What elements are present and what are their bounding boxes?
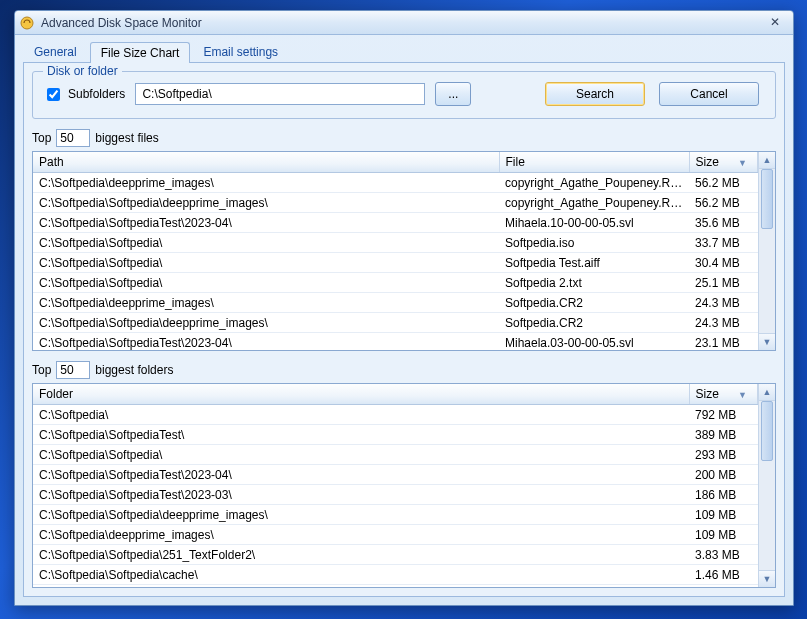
table-row[interactable]: C:\Softpedia\Softpedia\293 MB	[33, 445, 758, 465]
cell-path: C:\Softpedia\Softpedia\	[33, 273, 499, 293]
scroll-up-icon[interactable]: ▲	[759, 152, 775, 169]
cell-size: 33.7 MB	[689, 233, 758, 253]
table-row[interactable]: C:\Softpedia\SoftpediaTest\389 MB	[33, 425, 758, 445]
table-row[interactable]: C:\Softpedia\deepprime_images\Softpedia.…	[33, 293, 758, 313]
cell-folder: C:\Softpedia\Softpedia\251_TextFolder2\	[33, 545, 689, 565]
table-row[interactable]: C:\Softpedia\792 MB	[33, 405, 758, 425]
cell-folder: C:\Softpedia\Softpedia\	[33, 445, 689, 465]
files-col-path[interactable]: Path	[33, 152, 499, 173]
files-topline: Top biggest files	[32, 129, 776, 147]
table-row[interactable]: C:\Softpedia\SoftpediaTest\2023-04\Mihae…	[33, 333, 758, 351]
folders-col-size[interactable]: Size▼	[689, 384, 758, 405]
files-count-input[interactable]	[56, 129, 90, 147]
folders-col-folder[interactable]: Folder	[33, 384, 689, 405]
group-legend: Disk or folder	[43, 64, 122, 78]
cell-size: 24.3 MB	[689, 293, 758, 313]
cell-file: Softpedia Test.aiff	[499, 253, 689, 273]
table-row[interactable]: C:\Softpedia\Softpedia\deepprime_images\…	[33, 505, 758, 525]
table-row[interactable]: C:\Softpedia\SoftpediaTest\2023-03\186 M…	[33, 485, 758, 505]
cell-size: 56.2 MB	[689, 193, 758, 213]
cell-size: 30.4 MB	[689, 253, 758, 273]
cell-size: 25.1 MB	[689, 273, 758, 293]
cell-path: C:\Softpedia\deepprime_images\	[33, 293, 499, 313]
cell-size: 24.3 MB	[689, 313, 758, 333]
tab-content: Disk or folder Subfolders ... Search Can…	[23, 62, 785, 597]
cancel-button[interactable]: Cancel	[659, 82, 759, 106]
cell-size: 389 MB	[689, 425, 758, 445]
subfolders-label: Subfolders	[68, 87, 125, 101]
sort-desc-icon: ▼	[738, 390, 747, 400]
subfolders-checkbox[interactable]: Subfolders	[43, 85, 125, 104]
cell-path: C:\Softpedia\deepprime_images\	[33, 173, 499, 193]
cell-file: Softpedia.CR2	[499, 293, 689, 313]
folders-grid: Folder Size▼ C:\Softpedia\792 MBC:\Softp…	[32, 383, 776, 588]
cell-path: C:\Softpedia\SoftpediaTest\2023-04\	[33, 333, 499, 351]
disk-or-folder-group: Disk or folder Subfolders ... Search Can…	[32, 71, 776, 119]
table-row[interactable]: C:\Softpedia\Softpedia\deepprime_images\…	[33, 193, 758, 213]
folders-count-input[interactable]	[56, 361, 90, 379]
table-row[interactable]: C:\Softpedia\Softpedia\251_TextFolder2\3…	[33, 545, 758, 565]
cell-size: 109 MB	[689, 505, 758, 525]
cell-folder: C:\Softpedia\	[33, 405, 689, 425]
cell-size: 293 MB	[689, 445, 758, 465]
cell-size: 35.6 MB	[689, 213, 758, 233]
files-grid: Path File Size▼ C:\Softpedia\deepprime_i…	[32, 151, 776, 351]
tab-email-settings[interactable]: Email settings	[192, 41, 289, 62]
table-row[interactable]: C:\Softpedia\Softpedia\Softpedia.iso33.7…	[33, 233, 758, 253]
tab-file-size-chart[interactable]: File Size Chart	[90, 42, 191, 63]
cell-file: Mihaela.03-00-00-05.svl	[499, 333, 689, 351]
search-button[interactable]: Search	[545, 82, 645, 106]
cell-folder: C:\Softpedia\Softpedia\deepprime_images\	[33, 505, 689, 525]
cell-file: Softpedia 2.txt	[499, 273, 689, 293]
table-row[interactable]: C:\Softpedia\deepprime_images\109 MB	[33, 525, 758, 545]
table-row[interactable]: C:\Softpedia\Softpedia\deepprime_images\…	[33, 313, 758, 333]
table-row[interactable]: C:\Softpedia\Softpedia\Softpedia Test.ai…	[33, 253, 758, 273]
files-suffix: biggest files	[95, 131, 158, 145]
folders-topline: Top biggest folders	[32, 361, 776, 379]
cell-folder: C:\Softpedia\SoftpediaTest\2023-03\	[33, 485, 689, 505]
cell-folder: C:\Softpedia\SoftpediaTest\2023-04\	[33, 465, 689, 485]
sort-desc-icon: ▼	[738, 158, 747, 168]
cell-folder: C:\Softpedia\deepprime_images\	[33, 525, 689, 545]
cell-folder: C:\Softpedia\Softpedia\cache\	[33, 565, 689, 585]
cell-path: C:\Softpedia\Softpedia\	[33, 233, 499, 253]
cell-size: 56.2 MB	[689, 173, 758, 193]
titlebar[interactable]: Advanced Disk Space Monitor ✕	[15, 11, 793, 35]
browse-button[interactable]: ...	[435, 82, 471, 106]
table-row[interactable]: C:\Softpedia\Softpedia\cache\1.46 MB	[33, 565, 758, 585]
files-prefix: Top	[32, 131, 51, 145]
scroll-thumb[interactable]	[761, 169, 773, 229]
close-icon[interactable]: ✕	[761, 15, 789, 31]
scroll-up-icon[interactable]: ▲	[759, 384, 775, 401]
cell-path: C:\Softpedia\Softpedia\deepprime_images\	[33, 193, 499, 213]
cell-size: 200 MB	[689, 465, 758, 485]
cell-size: 1.46 MB	[689, 565, 758, 585]
cell-file: copyright_Agathe_Poupeney.RAF	[499, 193, 689, 213]
folders-scrollbar[interactable]: ▲ ▼	[758, 384, 775, 587]
files-col-size[interactable]: Size▼	[689, 152, 758, 173]
table-row[interactable]: C:\Softpedia\SoftpediaTest\2023-04\Mihae…	[33, 213, 758, 233]
cell-folder: C:\Softpedia\SoftpediaTest\	[33, 425, 689, 445]
subfolders-checkbox-input[interactable]	[47, 88, 60, 101]
svg-point-0	[21, 17, 33, 29]
files-scrollbar[interactable]: ▲ ▼	[758, 152, 775, 350]
path-input[interactable]	[135, 83, 425, 105]
scroll-down-icon[interactable]: ▼	[759, 333, 775, 350]
cell-file: Mihaela.10-00-00-05.svl	[499, 213, 689, 233]
files-col-file[interactable]: File	[499, 152, 689, 173]
cell-size: 186 MB	[689, 485, 758, 505]
cell-size: 792 MB	[689, 405, 758, 425]
tab-general[interactable]: General	[23, 41, 88, 62]
scroll-thumb[interactable]	[761, 401, 773, 461]
app-icon	[19, 15, 35, 31]
cell-size: 3.83 MB	[689, 545, 758, 565]
scroll-down-icon[interactable]: ▼	[759, 570, 775, 587]
app-window: Advanced Disk Space Monitor ✕ General Fi…	[14, 10, 794, 606]
cell-file: Softpedia.iso	[499, 233, 689, 253]
table-row[interactable]: C:\Softpedia\Softpedia\Softpedia 2.txt25…	[33, 273, 758, 293]
table-row[interactable]: C:\Softpedia\SoftpediaTest\2023-04\200 M…	[33, 465, 758, 485]
folders-prefix: Top	[32, 363, 51, 377]
table-row[interactable]: C:\Softpedia\deepprime_images\copyright_…	[33, 173, 758, 193]
cell-file: Softpedia.CR2	[499, 313, 689, 333]
cell-path: C:\Softpedia\Softpedia\deepprime_images\	[33, 313, 499, 333]
